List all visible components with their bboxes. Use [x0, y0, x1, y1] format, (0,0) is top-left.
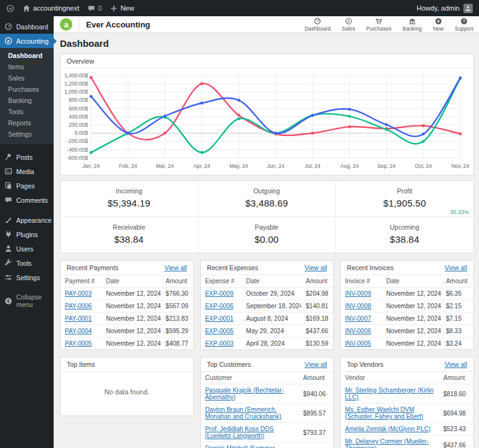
header-nav-new[interactable]: New — [427, 16, 449, 32]
chart-point — [459, 132, 462, 135]
sidebar-subitem-items[interactable]: Items — [0, 61, 54, 72]
header-nav-banking[interactable]: Banking — [397, 16, 427, 32]
site-name-link[interactable]: accountingnext — [22, 4, 79, 12]
sidebar-item-dashboard[interactable]: Dashboard — [0, 19, 54, 34]
chart-point — [237, 117, 240, 120]
svg-text:Jun, 24: Jun, 24 — [267, 163, 284, 169]
header-nav-support[interactable]: ?Support — [449, 16, 479, 32]
comment-icon — [4, 196, 12, 204]
top-vendors-view-all[interactable]: View all — [445, 361, 467, 368]
svg-text:Nov, 24: Nov, 24 — [452, 163, 470, 169]
svg-text:a: a — [64, 20, 69, 29]
howdy-account-menu[interactable]: Howdy, admin — [417, 4, 460, 12]
table-row: PAY-0004November 12, 2024$595.29 — [60, 325, 193, 338]
recent-invoices-row-link[interactable]: INV-0007 — [345, 315, 371, 322]
sidebar-item-pages[interactable]: Pages — [0, 178, 54, 193]
sidebar-subitem-settings[interactable]: Settings — [0, 129, 54, 140]
top-vendors-row-link[interactable]: Ms. Esther Waelchi DVM (Schuster, Fahey … — [345, 406, 423, 420]
recent-invoices-row-link[interactable]: INV-0005 — [345, 340, 371, 347]
sidebar-item-comments[interactable]: Comments — [0, 193, 54, 207]
recent-payments-row-link[interactable]: PAY-0006 — [65, 303, 92, 309]
recent-payments-view-all[interactable]: View all — [165, 264, 187, 271]
media-icon — [4, 167, 12, 175]
table-row: Dayton Braun (Emmerich, Monahan and Crui… — [201, 404, 334, 423]
stat-profit: Profit$1,905.5035.33% — [336, 181, 473, 217]
sidebar-item-settings[interactable]: Settings — [0, 270, 54, 285]
top-customers-row-link[interactable]: Dayton Braun (Emmerich, Monahan and Crui… — [205, 406, 281, 420]
table-row: INV-0007November 12, 2024$7.15 — [341, 313, 473, 325]
avatar[interactable] — [463, 4, 473, 13]
recent-payments-row-link[interactable]: PAY-0005 — [65, 340, 92, 347]
sidebar-subitem-reports[interactable]: Reports — [0, 117, 54, 129]
recent-expenses-row-link[interactable]: EXP-0003 — [205, 340, 234, 347]
top-vendors-row-link[interactable]: Mr. Sterling Schamberger (Kirlin LLC) — [345, 387, 433, 401]
sidebar-subitem-purchases[interactable]: Purchases — [0, 84, 54, 95]
plus-icon — [110, 4, 118, 12]
recent-invoices-row-link[interactable]: INV-0006 — [345, 328, 371, 334]
sidebar-collapse-menu[interactable]: Collapse menu — [0, 290, 54, 311]
sidebar-subitem-tools[interactable]: Tools — [0, 106, 54, 117]
site-name-label: accountingnext — [33, 4, 79, 12]
svg-text:?: ? — [463, 19, 465, 23]
top-customers-row-link[interactable]: Darrick Mitchell (Kemmer, Stracke and Ba… — [205, 445, 276, 448]
top-customers-view-all[interactable]: View all — [304, 361, 327, 368]
recent-expenses-row-link[interactable]: EXP-0005 — [205, 328, 234, 334]
plug-icon — [4, 230, 12, 238]
recent-invoices-row-link[interactable]: INV-0009 — [345, 290, 371, 297]
sidebar-item-tools[interactable]: Tools — [0, 256, 54, 270]
pages-icon — [4, 182, 12, 190]
chart-point — [311, 114, 314, 117]
new-content-menu[interactable]: New — [110, 4, 134, 12]
svg-text:-400.00$: -400.00$ — [67, 147, 88, 153]
sidebar-item-accounting[interactable]: aAccounting — [0, 34, 54, 48]
recent-payments-row-link[interactable]: PAY-0004 — [65, 328, 92, 334]
sliders-icon — [4, 273, 12, 281]
recent-payments-row-link[interactable]: PAY-0001 — [65, 315, 92, 322]
sidebar-subitem-sales[interactable]: Sales — [0, 72, 54, 84]
top-tables-row: Top ItemsNo data found.Top CustomersView… — [60, 357, 474, 448]
svg-text:Mar, 24: Mar, 24 — [156, 163, 174, 169]
top-vendors-row-link[interactable]: Amelia Zemlak (McGlynn PLC) — [345, 426, 430, 432]
recent-expenses-row-link[interactable]: EXP-0001 — [205, 315, 234, 322]
ever-accounting-logo-icon: a — [60, 18, 72, 31]
chart-point — [200, 82, 203, 85]
top-vendors-row-link[interactable]: Mr. Delaney Cormier (Mueller-Thompson) — [345, 438, 428, 448]
plugin-title: Ever Accounting — [86, 20, 150, 29]
overview-title: Overview — [67, 57, 94, 65]
recent-invoices-view-all[interactable]: View all — [445, 264, 467, 271]
recent-expenses-row-link[interactable]: EXP-0006 — [205, 303, 234, 309]
top-items-empty: No data found. — [60, 372, 193, 416]
overview-panel: Overview 1,400.00$1,200.00$1,000.00$800.… — [60, 54, 474, 175]
comments-shortcut[interactable]: 0 — [87, 4, 102, 12]
table-row: PAY-0003November 12, 2024$766.30 — [60, 288, 193, 300]
recent-expenses-row-link[interactable]: EXP-0009 — [205, 290, 234, 297]
top-customers-row-link[interactable]: Prof. Jedidiah Koss DDS (Lueilwitz-Langw… — [205, 426, 274, 439]
recent-invoices-row-link[interactable]: INV-0008 — [345, 303, 371, 309]
gauge-icon — [314, 17, 321, 25]
top-vendors-table: VendorAmountMr. Sterling Schamberger (Ki… — [341, 372, 473, 448]
svg-text:-600.00$: -600.00$ — [67, 155, 88, 161]
new-label: New — [120, 4, 134, 12]
header-nav-sales[interactable]: $Sales — [336, 16, 360, 32]
table-row: PAY-0005November 12, 2024$408.77 — [60, 338, 193, 350]
header-nav-purchases[interactable]: Purchases — [360, 16, 397, 32]
svg-text:W: W — [9, 6, 12, 10]
sidebar-subitem-banking[interactable]: Banking — [0, 95, 54, 106]
accounting-submenu: DashboardItemsSalesPurchasesBankingTools… — [0, 48, 54, 144]
svg-text:1,400.00$: 1,400.00$ — [64, 72, 88, 79]
recent-expenses-view-all[interactable]: View all — [304, 264, 327, 271]
header-nav-dashboard[interactable]: Dashboard — [299, 16, 336, 32]
sidebar-item-posts[interactable]: Posts — [0, 150, 54, 164]
sidebar-item-media[interactable]: Media — [0, 164, 54, 178]
table-row: EXP-0003April 28, 2024$130.59 — [201, 338, 334, 350]
recent-expenses-title: Recent Expenses — [207, 264, 258, 271]
wordpress-logo-icon[interactable]: W — [6, 4, 14, 12]
sidebar-subitem-dashboard[interactable]: Dashboard — [0, 50, 54, 61]
top-customers-row-link[interactable]: Pasquale Krajcik (Bechtelar-Abernathy) — [205, 387, 284, 401]
top-items-panel: Top ItemsNo data found. — [60, 357, 194, 416]
sidebar-item-plugins[interactable]: Plugins — [0, 227, 54, 241]
svg-text:$: $ — [347, 19, 350, 23]
sidebar-item-users[interactable]: Users — [0, 241, 54, 256]
sidebar-item-appearance[interactable]: Appearance — [0, 213, 54, 227]
recent-payments-row-link[interactable]: PAY-0003 — [65, 290, 92, 297]
